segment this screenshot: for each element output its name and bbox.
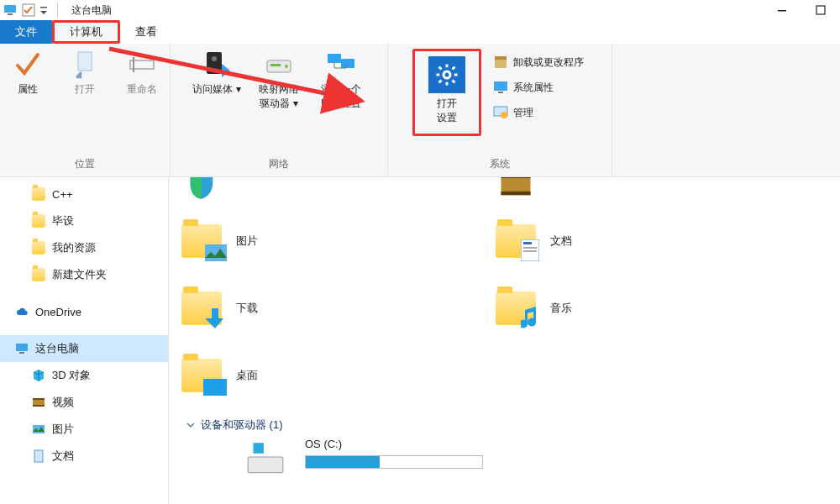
shield-icon [177,177,226,209]
svg-point-10 [212,56,217,61]
ribbon-tabs: 文件 计算机 查看 [0,20,840,44]
drive-icon [264,49,294,79]
cloud-icon [15,305,29,318]
svg-rect-48 [248,457,283,473]
rename-icon [127,49,157,79]
folder-icon [177,217,226,265]
svg-rect-28 [498,92,503,93]
svg-point-30 [501,112,507,118]
svg-point-16 [444,71,450,78]
group-label-network: 网络 [269,154,289,175]
svg-rect-25 [495,59,507,68]
access-media-button[interactable]: 访问媒体 ▾ [188,49,245,111]
nav-folder-item[interactable]: 毕设 [0,207,168,234]
svg-rect-33 [19,352,24,354]
nav-folder-item[interactable]: 我的资源 [0,234,168,261]
navigation-pane[interactable]: C++ 毕设 我的资源 新建文件夹 OneDrive 这台电脑 3D 对象 视频… [0,177,169,504]
folder-documents[interactable]: 文档 [491,207,806,275]
section-devices[interactable]: 设备和驱动器 (1) [186,417,832,433]
svg-rect-36 [33,405,45,407]
document-icon [32,449,45,463]
svg-rect-41 [501,192,530,195]
chevron-down-icon: ▾ [293,97,298,109]
system-properties-button[interactable]: 系统属性 [490,77,587,97]
tab-computer[interactable]: 计算机 [52,20,120,44]
film-icon [491,177,540,209]
folder-icon [177,284,226,333]
quick-access-checkbox-icon[interactable] [22,3,35,17]
uninstall-button[interactable]: 卸载或更改程序 [490,52,587,72]
box-icon [493,55,508,70]
svg-rect-0 [4,5,16,13]
open-button[interactable]: 打开 [59,49,111,97]
folder-music[interactable]: 音乐 [491,275,806,342]
svg-rect-46 [523,250,537,252]
folder-icon [177,351,226,400]
minimize-button[interactable] [763,0,801,20]
svg-rect-27 [494,81,507,91]
folder-pictures[interactable]: 图片 [177,207,491,275]
chevron-down-icon: ▾ [236,83,241,95]
open-icon [70,49,100,79]
maximize-button[interactable] [801,0,840,20]
gear-icon [428,56,465,93]
svg-rect-44 [523,242,532,244]
open-settings-button[interactable]: 打开设置 [412,49,481,136]
drive-os-c[interactable]: OS (C:) [244,438,832,486]
svg-rect-3 [40,7,47,8]
tab-view[interactable]: 查看 [120,20,172,44]
nav-folder-item[interactable]: C++ [0,181,168,207]
nav-this-pc[interactable]: 这台电脑 [0,335,168,362]
cube-icon [32,369,45,382]
svg-rect-14 [328,54,341,63]
properties-button[interactable]: 属性 [2,49,54,97]
folder-desktop[interactable]: 桌面 [177,342,491,409]
quick-access-dropdown-icon[interactable] [40,3,47,17]
pc-icon [15,342,29,355]
drive-usage-bar [305,455,483,469]
manage-icon [493,105,508,120]
group-label-location: 位置 [75,154,95,175]
svg-rect-8 [133,57,134,72]
drive-icon [244,438,293,486]
svg-line-24 [453,67,455,70]
svg-rect-49 [253,443,264,454]
pc-icon [3,3,17,17]
nav-3d-objects[interactable]: 3D 对象 [0,362,168,389]
svg-line-22 [453,81,455,83]
folder-item-videos[interactable] [491,177,806,207]
monitor-icon [493,80,508,95]
title-bar: 这台电脑 [0,0,840,20]
tab-file[interactable]: 文件 [0,20,52,44]
group-label-system: 系统 [490,154,510,175]
nav-pictures[interactable]: 图片 [0,416,168,443]
svg-rect-15 [341,59,354,68]
nav-documents[interactable]: 文档 [0,443,168,470]
folder-icon [32,214,45,228]
folder-icon [32,268,45,281]
manage-button[interactable]: 管理 [490,102,587,123]
svg-rect-32 [16,344,28,351]
svg-rect-5 [816,6,825,14]
svg-line-23 [439,81,442,83]
svg-rect-6 [78,52,92,71]
nav-folder-item[interactable]: 新建文件夹 [0,261,168,288]
svg-point-13 [285,65,288,68]
folder-item[interactable] [177,177,491,207]
checkmark-icon [13,49,43,79]
ribbon: 属性 打开 重命名 位置 访问媒体 ▾ [0,44,840,177]
content-pane[interactable]: 图片 文档 下载 音乐 桌面 [169,177,840,504]
rename-button[interactable]: 重命名 [116,49,168,97]
svg-rect-47 [203,379,227,396]
nav-videos[interactable]: 视频 [0,389,168,416]
map-drive-button[interactable]: 映射网络驱动器 ▾ [250,49,307,111]
svg-rect-12 [270,64,281,66]
add-network-location-button[interactable]: 添加一个网络位置 [312,49,370,111]
svg-rect-45 [523,247,537,249]
folder-icon [32,187,45,201]
nav-onedrive[interactable]: OneDrive [0,298,168,325]
media-server-icon [202,49,232,79]
svg-rect-26 [495,56,507,60]
folder-downloads[interactable]: 下载 [177,275,491,342]
svg-rect-4 [778,10,786,12]
